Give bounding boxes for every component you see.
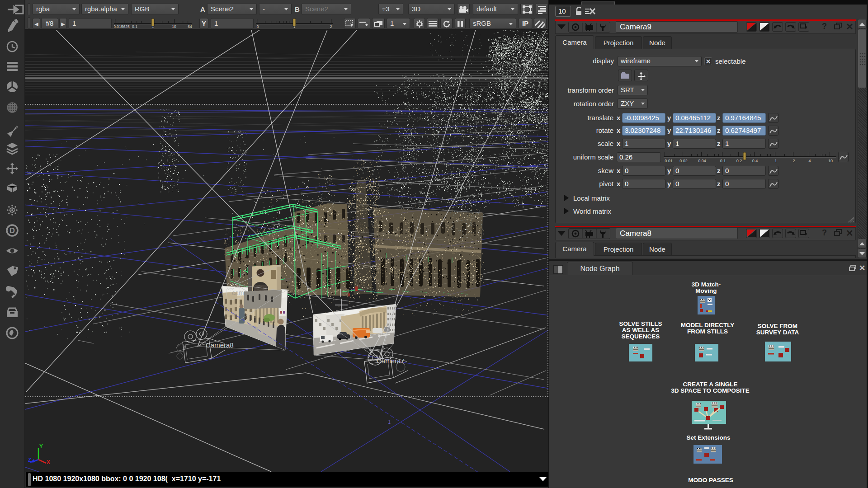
svg-text:Camera8: Camera8: [206, 341, 234, 349]
svg-text:0.02: 0.02: [679, 159, 688, 163]
svg-text:1: 1: [774, 159, 777, 163]
svg-text:Y: Y: [39, 443, 43, 450]
svg-text:64: 64: [188, 24, 192, 29]
svg-text:D: D: [9, 226, 15, 235]
svg-text:X: X: [47, 459, 50, 465]
svg-text:0.01: 0.01: [665, 159, 673, 163]
svg-text:0.1: 0.1: [132, 24, 137, 29]
svg-text:Z: Z: [28, 457, 31, 463]
svg-text:2: 2: [793, 159, 795, 163]
svg-text:camera9: camera9: [232, 289, 257, 296]
svg-text:4: 4: [808, 159, 811, 163]
svg-text:2: 2: [330, 24, 332, 29]
svg-text:Camera7: Camera7: [377, 357, 405, 365]
svg-text:0.1: 0.1: [720, 159, 726, 163]
svg-text:0.2: 0.2: [736, 159, 742, 163]
svg-text:0.04: 0.04: [698, 159, 706, 163]
svg-text:0.4: 0.4: [752, 159, 758, 163]
svg-text:0: 0: [257, 24, 259, 29]
svg-text:10: 10: [172, 24, 176, 29]
svg-text:0.015625: 0.015625: [114, 24, 130, 29]
svg-text:1: 1: [388, 419, 391, 425]
svg-text:10: 10: [828, 159, 833, 163]
